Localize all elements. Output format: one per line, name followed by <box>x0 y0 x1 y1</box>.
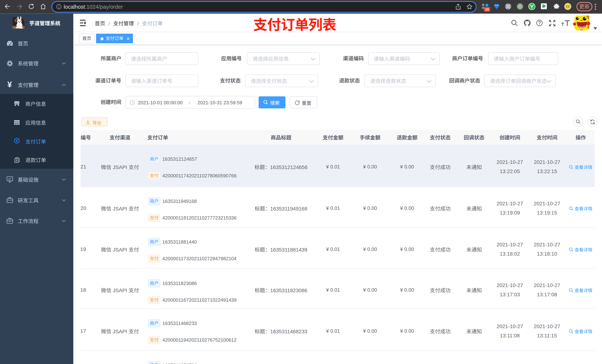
svg-text:¥: ¥ <box>16 139 18 143</box>
